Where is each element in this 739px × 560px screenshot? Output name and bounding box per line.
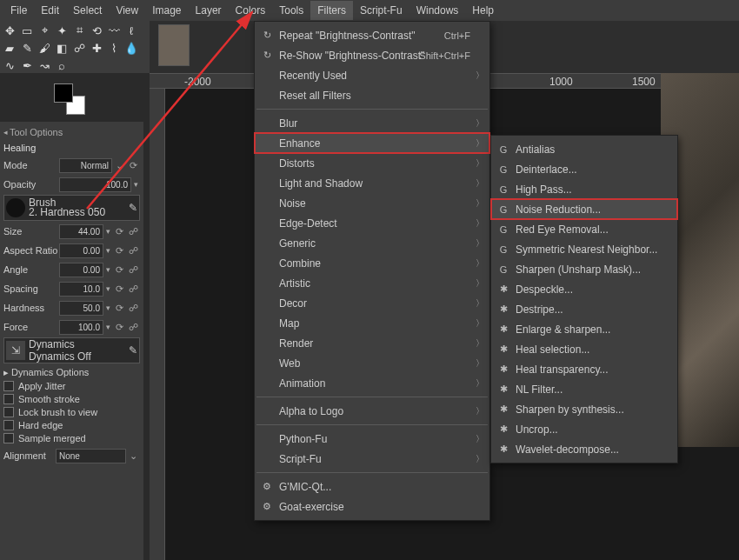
- menu-item-artistic[interactable]: Artistic〉: [255, 273, 489, 293]
- menu-select[interactable]: Select: [66, 1, 109, 20]
- reset-icon[interactable]: ⟳: [112, 226, 126, 237]
- tool-lasso-icon[interactable]: ⌖: [37, 23, 52, 38]
- menu-item-noise[interactable]: Noise〉: [255, 193, 489, 213]
- foreground-color-swatch[interactable]: [54, 83, 73, 103]
- menu-item-edge-detect[interactable]: Edge-Detect〉: [255, 213, 489, 233]
- tool-wand-icon[interactable]: ✦: [54, 23, 70, 38]
- menu-item-enhance[interactable]: Enhance〉: [255, 133, 489, 153]
- menu-item-recently-used[interactable]: Recently Used〉: [255, 65, 489, 85]
- aspect-ratio-input[interactable]: 0.00: [59, 243, 103, 258]
- option-sample-merged[interactable]: Sample merged: [3, 433, 140, 443]
- tool-ink-icon[interactable]: ✒: [19, 57, 35, 73]
- tool-blur-icon[interactable]: 💧: [123, 40, 139, 56]
- force-input[interactable]: 100.0: [59, 320, 103, 335]
- menu-help[interactable]: Help: [465, 1, 501, 20]
- menu-item-distorts[interactable]: Distorts〉: [255, 153, 489, 173]
- spinner-icon[interactable]: ▾: [103, 246, 112, 255]
- hardness-input[interactable]: 50.0: [59, 301, 103, 316]
- tool-bucket-icon[interactable]: ▰: [2, 40, 17, 56]
- option-apply-jitter[interactable]: Apply Jitter: [3, 381, 140, 391]
- tool-smudge-icon[interactable]: ⌇: [106, 40, 122, 56]
- menu-item-re-show-brightness-contrast[interactable]: ↻Re-Show "Brightness-Contrast"Shift+Ctrl…: [255, 45, 489, 65]
- menu-windows[interactable]: Windows: [409, 1, 466, 20]
- menu-item-heal-transparency[interactable]: ✱Heal transparency...: [491, 359, 677, 379]
- menu-file[interactable]: File: [3, 1, 34, 20]
- size-input[interactable]: 44.00: [59, 224, 103, 239]
- link-icon[interactable]: ☍: [126, 303, 140, 314]
- menu-item-heal-selection[interactable]: ✱Heal selection...: [491, 339, 677, 359]
- reset-icon[interactable]: ⟳: [112, 303, 126, 314]
- tool-crop-icon[interactable]: ⌗: [71, 23, 87, 38]
- reset-icon[interactable]: ⟳: [112, 264, 126, 276]
- tool-brush-icon[interactable]: 🖌: [37, 40, 52, 56]
- menu-layer[interactable]: Layer: [189, 1, 229, 20]
- tool-warp-icon[interactable]: 〰: [106, 23, 122, 38]
- menu-item-combine[interactable]: Combine〉: [255, 253, 489, 273]
- tool-text-icon[interactable]: ℓ: [123, 23, 139, 38]
- link-icon[interactable]: ☍: [126, 283, 140, 295]
- menu-item-python-fu[interactable]: Python-Fu〉: [255, 429, 489, 449]
- spinner-icon[interactable]: ▾: [103, 265, 112, 274]
- menu-edit[interactable]: Edit: [34, 1, 66, 20]
- menu-item-g-mic-qt[interactable]: ⚙G'MIC-Qt...: [255, 477, 489, 497]
- color-swatch[interactable]: [54, 83, 85, 115]
- tool-airbrush-icon[interactable]: ∿: [2, 57, 17, 73]
- menu-item-red-eye-removal[interactable]: GRed Eye Removal...: [491, 219, 677, 239]
- menu-filters[interactable]: Filters: [310, 1, 353, 20]
- edit-dynamics-icon[interactable]: ✎: [129, 344, 137, 357]
- link-icon[interactable]: ☍: [126, 322, 140, 333]
- chevron-down-icon[interactable]: ⌄: [126, 450, 140, 462]
- menu-item-blur[interactable]: Blur〉: [255, 113, 489, 133]
- menu-item-destripe[interactable]: ✱Destripe...: [491, 299, 677, 319]
- spacing-input[interactable]: 10.0: [59, 282, 103, 297]
- menu-item-enlarge-sharpen[interactable]: ✱Enlarge & sharpen...: [491, 319, 677, 339]
- menu-item-noise-reduction[interactable]: GNoise Reduction...: [491, 199, 677, 219]
- brush-selector[interactable]: Brush 2. Hardness 050 ✎: [3, 195, 140, 221]
- menu-item-light-and-shadow[interactable]: Light and Shadow〉: [255, 173, 489, 193]
- reset-icon[interactable]: ⟳: [126, 160, 140, 171]
- menu-view[interactable]: View: [109, 1, 145, 20]
- menu-item-render[interactable]: Render〉: [255, 333, 489, 353]
- menu-item-antialias[interactable]: GAntialias: [491, 139, 677, 159]
- alignment-select[interactable]: None: [56, 449, 126, 463]
- menu-item-sharpen-by-synthesis[interactable]: ✱Sharpen by synthesis...: [491, 399, 677, 419]
- menu-script-fu[interactable]: Script-Fu: [353, 1, 409, 20]
- tool-picker-icon[interactable]: ⌕: [54, 57, 70, 73]
- menu-item-high-pass[interactable]: GHigh Pass...: [491, 179, 677, 199]
- tool-move-icon[interactable]: ✥: [2, 23, 17, 38]
- menu-item-repeat-brightness-contrast[interactable]: ↻Repeat "Brightness-Contrast"Ctrl+F: [255, 25, 489, 45]
- spinner-icon[interactable]: ▾: [103, 323, 112, 331]
- menu-item-script-fu[interactable]: Script-Fu〉: [255, 449, 489, 469]
- link-icon[interactable]: ☍: [126, 245, 140, 257]
- menu-image[interactable]: Image: [145, 1, 188, 20]
- menu-item-reset-all-filters[interactable]: Reset all Filters: [255, 85, 489, 105]
- opacity-input[interactable]: 100.0: [59, 177, 131, 192]
- tool-heal-icon[interactable]: ✚: [89, 40, 104, 56]
- chevron-down-icon[interactable]: ⌄: [112, 160, 126, 171]
- menu-item-goat-exercise[interactable]: ⚙Goat-exercise: [255, 497, 489, 517]
- tool-clone-icon[interactable]: ☍: [71, 40, 87, 56]
- menu-item-symmetric-nearest-neighbor[interactable]: GSymmetric Nearest Neighbor...: [491, 239, 677, 259]
- dynamics-selector[interactable]: ⇲ Dynamics Dynamics Off ✎: [3, 337, 140, 363]
- menu-item-alpha-to-logo[interactable]: Alpha to Logo〉: [255, 401, 489, 421]
- option-smooth-stroke[interactable]: Smooth stroke: [3, 394, 140, 404]
- tool-pencil-icon[interactable]: ✎: [19, 40, 35, 56]
- tool-path-icon[interactable]: ↝: [37, 57, 52, 73]
- menu-item-web[interactable]: Web〉: [255, 353, 489, 373]
- menu-item-sharpen-unsharp-mask[interactable]: GSharpen (Unsharp Mask)...: [491, 259, 677, 279]
- menu-tools[interactable]: Tools: [272, 1, 310, 20]
- angle-input[interactable]: 0.00: [59, 263, 103, 277]
- tool-eraser-icon[interactable]: ◧: [54, 40, 70, 56]
- reset-icon[interactable]: ⟳: [112, 322, 126, 333]
- option-hard-edge[interactable]: Hard edge: [3, 420, 140, 430]
- tool-rotate-icon[interactable]: ⟲: [89, 23, 104, 38]
- menu-item-deinterlace[interactable]: GDeinterlace...: [491, 159, 677, 179]
- link-icon[interactable]: ☍: [126, 226, 140, 237]
- spinner-icon[interactable]: ▾: [103, 303, 112, 312]
- spinner-icon[interactable]: ▾: [103, 284, 112, 293]
- menu-item-despeckle[interactable]: ✱Despeckle...: [491, 279, 677, 299]
- menu-item-animation[interactable]: Animation〉: [255, 373, 489, 393]
- menu-item-decor[interactable]: Decor〉: [255, 293, 489, 313]
- menu-item-map[interactable]: Map〉: [255, 313, 489, 333]
- reset-icon[interactable]: ⟳: [112, 245, 126, 257]
